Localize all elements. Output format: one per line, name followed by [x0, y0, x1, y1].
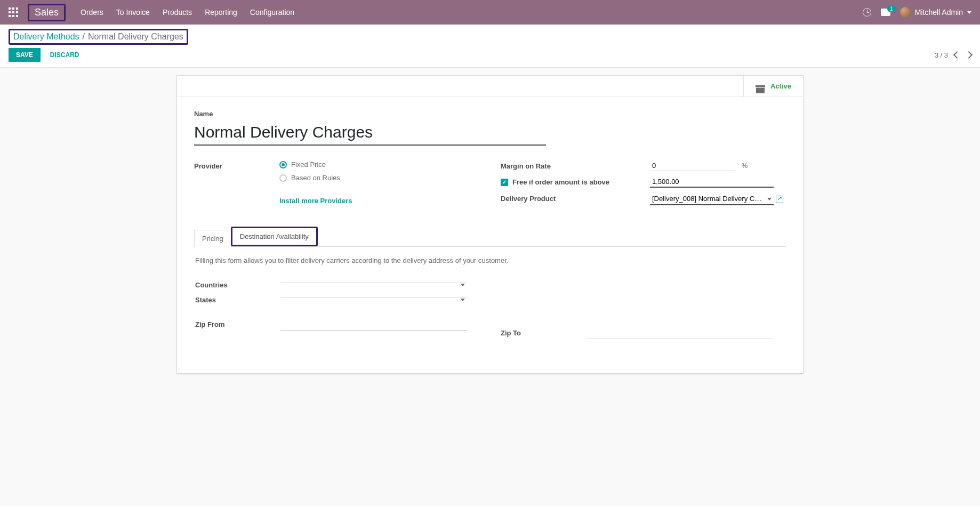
provider-fixed-price[interactable]: Fixed Price — [279, 160, 479, 168]
active-label: Active — [770, 82, 791, 90]
zip-from-label: Zip From — [195, 319, 280, 328]
zip-to-label: Zip To — [501, 327, 586, 337]
control-bar: Delivery Methods / Normal Delivery Charg… — [0, 25, 980, 68]
percent-suffix: % — [742, 162, 748, 170]
nav-menu: Orders To Invoice Products Reporting Con… — [81, 8, 294, 17]
caret-down-icon — [461, 299, 465, 301]
nav-configuration[interactable]: Configuration — [250, 8, 294, 17]
pager-prev-button[interactable] — [953, 51, 961, 59]
destination-help-text: Filling this form allows you to filter d… — [195, 256, 785, 264]
breadcrumb: Delivery Methods / Normal Delivery Charg… — [9, 29, 188, 45]
tab-pricing[interactable]: Pricing — [194, 230, 231, 247]
free-over-input[interactable] — [650, 176, 774, 188]
user-name: Mitchell Admin — [915, 8, 963, 17]
provider-label: Provider — [194, 160, 279, 170]
archive-icon — [756, 85, 765, 87]
nav-orders[interactable]: Orders — [81, 8, 103, 17]
tab-destination-availability[interactable]: Destination Availability — [231, 227, 318, 246]
navbar-left: Sales Orders To Invoice Products Reporti… — [9, 4, 294, 21]
apps-icon[interactable] — [9, 7, 18, 17]
tab-destination-content: Filling this form allows you to filter d… — [194, 247, 786, 360]
radio-checked-icon — [279, 161, 287, 168]
delivery-product-input[interactable] — [650, 193, 774, 205]
form-sheet-wrap: Active Name Provider Fixed Price — [176, 75, 804, 374]
nav-to-invoice[interactable]: To Invoice — [116, 8, 150, 17]
caret-down-icon — [967, 11, 971, 14]
pager: 3 / 3 — [935, 51, 971, 59]
breadcrumb-parent[interactable]: Delivery Methods — [13, 32, 79, 42]
name-label: Name — [194, 110, 786, 118]
save-button[interactable]: SAVE — [9, 48, 41, 62]
install-providers-link[interactable]: Install more Providers — [279, 197, 479, 205]
chat-badge: 1 — [887, 5, 896, 12]
free-over-label: Free if order amount is above — [512, 178, 609, 186]
provider-fixed-label: Fixed Price — [291, 160, 326, 168]
active-toggle[interactable]: Active — [743, 76, 803, 97]
discard-button[interactable]: DISCARD — [46, 48, 84, 62]
pager-text: 3 / 3 — [935, 51, 948, 59]
breadcrumb-sep: / — [83, 32, 85, 42]
margin-label: Margin on Rate — [501, 160, 650, 170]
top-navbar: Sales Orders To Invoice Products Reporti… — [0, 0, 980, 25]
radio-unchecked-icon — [279, 174, 287, 182]
external-link-icon[interactable] — [776, 196, 783, 203]
countries-label: Countries — [195, 279, 280, 289]
navbar-right: 1 Mitchell Admin — [863, 7, 971, 18]
countries-input[interactable] — [280, 279, 467, 283]
pager-next-button[interactable] — [965, 51, 973, 59]
activity-icon[interactable] — [863, 8, 871, 17]
delivery-product-label: Delivery Product — [501, 193, 650, 203]
breadcrumb-current: Normal Delivery Charges — [88, 32, 183, 42]
free-over-checkbox[interactable] — [501, 179, 508, 186]
user-menu[interactable]: Mitchell Admin — [900, 7, 971, 18]
provider-based-on-rules[interactable]: Based on Rules — [279, 174, 479, 182]
provider-rules-label: Based on Rules — [291, 174, 340, 182]
name-input[interactable] — [194, 121, 546, 146]
margin-input[interactable] — [650, 160, 735, 171]
nav-reporting[interactable]: Reporting — [205, 8, 237, 17]
zip-to-input[interactable] — [586, 327, 773, 339]
caret-down-icon — [461, 284, 465, 286]
app-title[interactable]: Sales — [28, 4, 66, 21]
discuss-icon[interactable]: 1 — [881, 9, 890, 16]
zip-from-input[interactable] — [280, 319, 467, 331]
action-buttons: SAVE DISCARD — [9, 48, 83, 62]
nav-products[interactable]: Products — [163, 8, 192, 17]
tabs: Pricing Destination Availability — [194, 227, 786, 247]
status-bar: Active — [177, 76, 803, 97]
avatar-icon — [900, 7, 911, 18]
states-label: States — [195, 294, 280, 304]
states-input[interactable] — [280, 294, 467, 298]
form-sheet: Active Name Provider Fixed Price — [176, 75, 804, 374]
